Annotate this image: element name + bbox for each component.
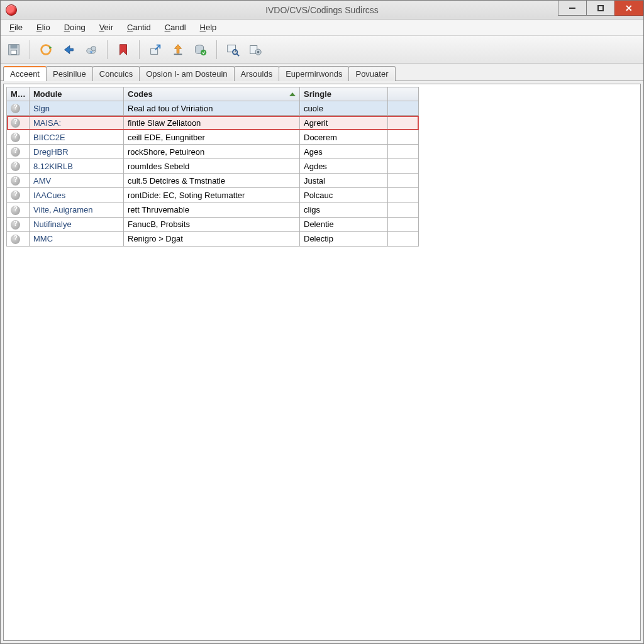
question-icon	[11, 206, 20, 215]
cell-extra	[388, 217, 419, 231]
toolbar-separator	[216, 40, 217, 59]
cell-codes: rontDide: EC, Soting Retumatter	[124, 188, 300, 203]
export-icon[interactable]	[146, 40, 165, 59]
settings-icon[interactable]	[246, 40, 265, 59]
tab-opsion-i-am-dosteuin[interactable]: Opsion I- am Dosteuin	[139, 66, 234, 81]
cell-extra	[388, 130, 419, 145]
save-icon[interactable]	[4, 40, 23, 59]
cloud-sync-icon[interactable]	[82, 40, 101, 59]
cell-sringle: Agdes	[300, 159, 388, 174]
table-row[interactable]: DregHBRrockShore, PetuireonAges	[7, 145, 419, 159]
database-refresh-icon[interactable]	[191, 40, 210, 59]
row-status-cell	[7, 116, 30, 130]
cell-sringle: Delentie	[300, 217, 388, 231]
question-icon	[11, 133, 20, 142]
cell-extra	[388, 116, 419, 130]
minimize-button[interactable]	[558, 1, 587, 16]
column-header[interactable]: Miitle:	[7, 87, 30, 101]
upload-icon[interactable]	[169, 40, 187, 59]
question-icon	[11, 162, 20, 171]
cell-module: MMC	[30, 231, 124, 246]
cell-module: Slgn	[30, 101, 124, 116]
refresh-icon[interactable]	[36, 40, 55, 59]
cell-extra	[388, 159, 419, 174]
cell-sringle: Docerem	[300, 130, 388, 145]
row-status-cell	[7, 145, 30, 159]
cell-codes: rockShore, Petuireon	[124, 145, 300, 159]
row-status-cell	[7, 217, 30, 231]
menu-elio[interactable]: Elio	[30, 21, 57, 34]
tab-concuics[interactable]: Concuics	[92, 66, 140, 81]
tab-acceent[interactable]: Acceent	[3, 66, 47, 81]
column-header[interactable]: Codes	[124, 87, 300, 101]
table-row[interactable]: MMCRenigro > DgatDelectip	[7, 231, 419, 246]
window-title: IVDO/CVS/Codings Sudircss	[1, 5, 643, 15]
cell-sringle: Ages	[300, 145, 388, 159]
row-status-cell	[7, 101, 30, 116]
table-row[interactable]: AMVcult.5 Detcires & TmstnatleJustal	[7, 174, 419, 188]
tabstrip: AcceentPesinilueConcuicsOpsion I- am Dos…	[1, 64, 643, 81]
window-controls: ✕	[558, 1, 643, 19]
cell-codes: FanucB, Probsits	[124, 217, 300, 231]
column-header[interactable]: Sringle	[300, 87, 388, 101]
svg-rect-10	[228, 45, 236, 52]
menu-file[interactable]: File	[3, 21, 29, 34]
content-area: Miitle:ModuleCodesSringle SlgnReal ad to…	[3, 84, 641, 641]
cell-codes: fintle Slaw Zeliatoon	[124, 116, 300, 130]
row-status-cell	[7, 188, 30, 203]
cell-codes: cult.5 Detcires & Tmstnatle	[124, 174, 300, 188]
row-status-cell	[7, 231, 30, 246]
cell-sringle: Polcauc	[300, 188, 388, 203]
search-icon[interactable]	[223, 40, 242, 59]
table-row[interactable]: 8.12KIRLBroumIdes SebeldAgdes	[7, 159, 419, 174]
question-icon	[11, 235, 20, 244]
close-button[interactable]: ✕	[614, 1, 643, 16]
tab-pesinilue[interactable]: Pesinilue	[46, 66, 93, 81]
tab-eupermirwonds[interactable]: Eupermirwonds	[279, 66, 349, 81]
row-status-cell	[7, 203, 30, 217]
svg-rect-7	[174, 53, 182, 55]
table-row[interactable]: NutifinalyeFanucB, ProbsitsDelentie	[7, 217, 419, 231]
data-table[interactable]: Miitle:ModuleCodesSringle SlgnReal ad to…	[6, 87, 419, 247]
bookmark-icon[interactable]	[114, 40, 133, 59]
cell-codes: Renigro > Dgat	[124, 231, 300, 246]
back-arrow-icon[interactable]	[59, 40, 78, 59]
table-row[interactable]: IAACuesrontDide: EC, Soting RetumatterPo…	[7, 188, 419, 203]
app-icon	[6, 4, 17, 16]
menu-veir[interactable]: Veir	[93, 21, 119, 34]
row-status-cell	[7, 159, 30, 174]
cell-extra	[388, 145, 419, 159]
question-icon	[11, 104, 20, 113]
toolbar-separator	[139, 40, 140, 59]
cell-sringle: cligs	[300, 203, 388, 217]
cell-codes: rett Thruvemable	[124, 203, 300, 217]
menu-cantid[interactable]: Cantid	[121, 21, 157, 34]
toolbar-separator	[30, 40, 30, 59]
svg-point-9	[201, 50, 206, 55]
cell-module: Viite, Auigramen	[30, 203, 124, 217]
maximize-button[interactable]	[586, 1, 615, 16]
svg-point-3	[42, 45, 51, 54]
cell-sringle: Agrerit	[300, 116, 388, 130]
menu-doing[interactable]: Doing	[58, 21, 92, 34]
svg-point-15	[257, 50, 260, 53]
cell-extra	[388, 174, 419, 188]
titlebar: IVDO/CVS/Codings Sudircss ✕	[1, 1, 643, 19]
menu-candl[interactable]: Candl	[158, 21, 192, 34]
table-row[interactable]: Viite, Auigramenrett Thruvemablecligs	[7, 203, 419, 217]
question-icon	[11, 191, 20, 200]
cell-module: IAACues	[30, 188, 124, 203]
column-header[interactable]	[388, 87, 419, 101]
tab-arsoulds[interactable]: Arsoulds	[234, 66, 280, 81]
menu-help[interactable]: Help	[194, 21, 223, 34]
svg-point-5	[91, 46, 96, 50]
svg-rect-2	[11, 50, 16, 53]
tab-povuater[interactable]: Povuater	[348, 66, 395, 81]
cell-codes: Real ad tou of Vririation	[124, 101, 300, 116]
table-row[interactable]: BIICC2Eceill EDE, EungnitberDocerem	[7, 130, 419, 145]
cell-sringle: cuole	[300, 101, 388, 116]
column-header[interactable]: Module	[30, 87, 124, 101]
cell-extra	[388, 231, 419, 246]
table-row[interactable]: SlgnReal ad tou of Vririationcuole	[7, 101, 419, 116]
table-row[interactable]: MAISA:fintle Slaw ZeliatoonAgrerit	[7, 116, 419, 130]
